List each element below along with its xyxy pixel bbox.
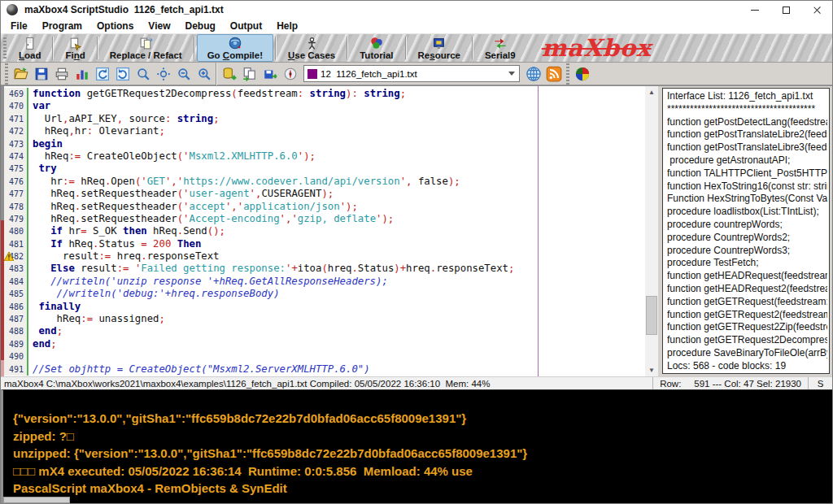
- interface-list-item[interactable]: function getGETRequest2Zip(feedstream: [667, 321, 827, 334]
- print-button[interactable]: [51, 64, 72, 84]
- editor-vertical-scrollbar[interactable]: ▲ ▼: [645, 86, 658, 376]
- gutter-line-number: 490: [4, 350, 28, 363]
- interface-list-item[interactable]: function getPostTranslateLibre2(feedstre: [667, 128, 827, 141]
- find-icon: [68, 37, 82, 50]
- interface-list-item[interactable]: procedure TestFetch;: [667, 257, 827, 270]
- code-area[interactable]: 469function getGETRequest2Decompress(fee…: [4, 86, 645, 376]
- rss-button[interactable]: [543, 64, 564, 84]
- interface-list-item[interactable]: procedure getAstronautAPI;: [667, 154, 827, 167]
- copy-files-icon: [242, 67, 257, 81]
- code-text: If hReq.Status = 200 Then: [28, 238, 201, 250]
- copy-files-button[interactable]: [239, 64, 259, 84]
- doc-color-swatch: [307, 69, 317, 79]
- scroll-up-arrow[interactable]: ▲: [645, 86, 658, 98]
- maximize-button[interactable]: [770, 1, 801, 19]
- interface-list-panel[interactable]: Interface List: 1126_fetch_api1.txt*****…: [662, 88, 830, 374]
- replace-button[interactable]: Replace / Refact: [100, 34, 192, 62]
- interface-list-item[interactable]: function getGETRequest2(feedstream: s: [667, 309, 827, 322]
- app-icon: [7, 4, 18, 15]
- print-icon: [55, 67, 69, 81]
- gutter-line-number: 480: [4, 225, 28, 237]
- interface-list-item[interactable]: Locs: 568 - code blocks: 19: [667, 360, 827, 373]
- interface-list-item[interactable]: function getGETRequest(feedstream: st: [667, 296, 827, 309]
- interface-list-item[interactable]: function getHEADRequest2(feedstream:: [667, 283, 827, 296]
- menu-item-view[interactable]: View: [141, 20, 177, 32]
- find-button[interactable]: Find: [55, 34, 94, 62]
- interface-list-item[interactable]: procedure countrepWords;: [667, 219, 827, 232]
- interface-list-item[interactable]: procedure CountrepWords3;: [667, 245, 827, 258]
- resource-button[interactable]: Resource: [408, 34, 470, 62]
- menu-item-program[interactable]: Program: [35, 20, 89, 32]
- zoom-button[interactable]: [133, 64, 153, 84]
- menu-item-output[interactable]: Output: [223, 20, 269, 32]
- redo-button[interactable]: [112, 64, 133, 84]
- toolbar-separator: [472, 37, 473, 59]
- maxbox-logo: maXbox: [542, 34, 652, 62]
- zoom-pan-button[interactable]: [153, 64, 173, 84]
- globe-button[interactable]: [523, 64, 543, 84]
- zoom-in-button[interactable]: [194, 64, 214, 84]
- workspace: 469function getGETRequest2Decompress(fee…: [1, 85, 832, 376]
- menu-item-help[interactable]: Help: [269, 20, 305, 32]
- compile-button[interactable]: Go Compile!: [197, 34, 273, 62]
- toolbar-grip[interactable]: [3, 37, 7, 59]
- interface-list-item[interactable]: procedure loadlistbox(List:TIntList);: [667, 206, 827, 219]
- undo-icon: [95, 67, 110, 81]
- export-save-button[interactable]: [259, 64, 280, 84]
- scroll-thumb[interactable]: [646, 296, 657, 335]
- load-button[interactable]: Load: [9, 34, 50, 62]
- code-text: hr:= hReq.Open('GET','https://www.codeve…: [28, 176, 460, 188]
- sphere-button[interactable]: [572, 64, 592, 84]
- gutter-line-number: 491: [4, 363, 28, 376]
- status-row-col: Row: 591 --- Col: 47 Sel: 21930: [652, 377, 808, 389]
- menu-item-file[interactable]: File: [3, 20, 35, 32]
- scroll-down-arrow[interactable]: ▼: [645, 364, 658, 376]
- serial-button[interactable]: Serial9: [475, 34, 526, 62]
- interface-list-item[interactable]: function HexToString16(const str: string: [667, 180, 827, 193]
- interface-list-item[interactable]: function getHEADRequest(feedstream: s: [667, 270, 827, 283]
- toolbar2-grip[interactable]: [5, 63, 8, 85]
- interface-list-item[interactable]: function TALHTTPClient_Post5HTTPSTra: [667, 167, 827, 180]
- menu-item-debug[interactable]: Debug: [178, 20, 223, 32]
- window-title: maXbox4 ScriptStudio 1126_fetch_api1.txt: [24, 4, 224, 15]
- interface-list-item[interactable]: procedure SaveBinaryToFileOle(arrBytes: [667, 347, 827, 360]
- toolbar2-grip-2[interactable]: [566, 63, 569, 85]
- undo-button[interactable]: [92, 64, 112, 84]
- open-file-button[interactable]: [11, 64, 31, 84]
- interface-list-item[interactable]: procedure CountrepWords2;: [667, 232, 827, 245]
- stats-button[interactable]: [72, 64, 92, 84]
- save-button[interactable]: [31, 64, 51, 84]
- console-scrollbar-stub[interactable]: [3, 497, 70, 503]
- gutter-line-number: 478: [4, 201, 28, 213]
- code-line: 491//Set objhttp = CreateObject("Msxml2.…: [4, 363, 645, 376]
- tutorial-icon: [369, 37, 384, 50]
- gutter-line-number: 486: [4, 301, 28, 313]
- interface-list-item[interactable]: function getPostTranslateLibre3(feedstre: [667, 141, 827, 154]
- minimize-button[interactable]: [739, 1, 770, 19]
- interface-list-item[interactable]: function getPostDetectLang(feedstream:: [667, 116, 827, 129]
- db-add-button[interactable]: [219, 64, 239, 84]
- close-button[interactable]: [801, 1, 832, 19]
- zoom-in-icon: [197, 67, 212, 81]
- code-text: Url,aAPI_KEY, source: string;: [28, 113, 220, 125]
- code-text: function getGETRequest2Decompress(feedst…: [28, 88, 406, 100]
- code-text: Else result:= 'Failed getting response:'…: [28, 263, 514, 275]
- usecases-button[interactable]: Use Cases: [278, 34, 345, 62]
- menu-item-options[interactable]: Options: [89, 20, 141, 32]
- tutorial-button[interactable]: Tutorial: [350, 34, 403, 62]
- code-line: 489end;: [4, 338, 645, 350]
- open-file-selector[interactable]: 12 1126_fetch_api1.txt: [303, 65, 520, 82]
- replace-icon: [139, 37, 153, 50]
- compass-button[interactable]: [280, 64, 300, 84]
- chevron-down-icon[interactable]: [506, 68, 517, 79]
- code-line: 484 //writeln('unzip response '+hReq.Get…: [4, 276, 645, 288]
- compile-icon: [228, 37, 242, 50]
- gutter-line-number: 477: [4, 188, 28, 200]
- zoom-out-button[interactable]: [173, 64, 194, 84]
- code-editor[interactable]: 469function getGETRequest2Decompress(fee…: [1, 86, 645, 376]
- code-line: 469function getGETRequest2Decompress(fee…: [4, 88, 645, 100]
- interface-list-item[interactable]: Function HexStringToBytes(Const Value:: [667, 193, 827, 206]
- interface-list-item[interactable]: function getGETRequest2Decompress(fe: [667, 334, 827, 347]
- code-line: 479 hReq.setRequestheader('Accept-encodi…: [4, 213, 645, 225]
- toolbar-separator: [275, 37, 277, 59]
